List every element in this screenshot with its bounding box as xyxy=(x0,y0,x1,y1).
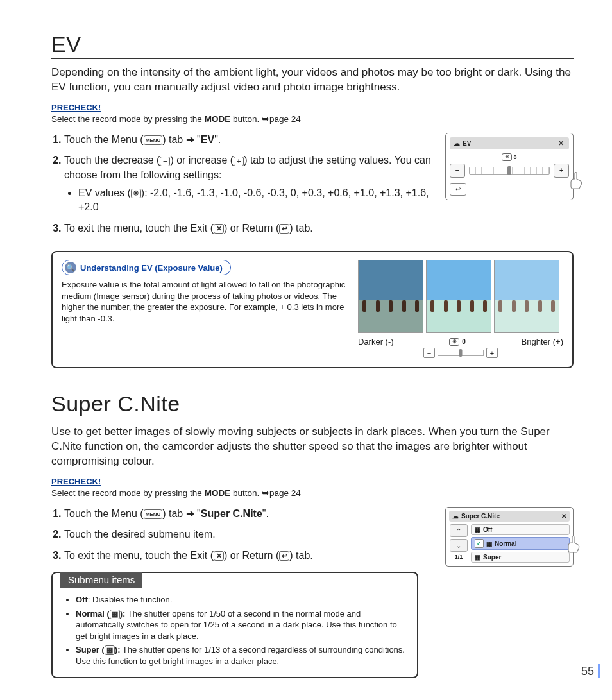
exposure-icon: ☀ xyxy=(131,189,141,198)
ev-precheck-text: Select the record mode by pressing the M… xyxy=(51,114,574,124)
submenu-off-t: : Disables the function. xyxy=(88,595,173,604)
submenu-super-t: The shutter opens for 1/13 of a second r… xyxy=(76,645,405,666)
shutter-icon: ▦ xyxy=(475,526,480,533)
pointing-hand-icon xyxy=(565,168,588,191)
ev-step-3: To exit the menu, touch the Exit (✕) or … xyxy=(64,221,434,235)
ev-step2-mid: ) or increase ( xyxy=(170,155,234,166)
ev-step3-pre: To exit the menu, touch the Exit ( xyxy=(64,223,214,234)
option-off[interactable]: ▦Off xyxy=(471,524,570,535)
cnite-step1-pre: Touch the Menu ( xyxy=(64,508,144,519)
close-icon[interactable]: ✕ xyxy=(556,139,565,148)
ev-screen-illustration: ☁ EV ✕ ☀0 − + ↩ xyxy=(445,133,574,200)
return-icon: ↩ xyxy=(279,224,289,234)
ev-precheck-post: button. ➥page 24 xyxy=(230,114,301,124)
ev-intro: Depending on the intensity of the ambien… xyxy=(51,65,574,95)
cnite-intro: Use to get better images of slowly movin… xyxy=(51,425,574,469)
cnite-precheck-bold: MODE xyxy=(205,488,231,498)
shutter-icon: ▦ xyxy=(486,540,492,547)
option-normal-label: Normal xyxy=(495,540,516,547)
return-button[interactable]: ↩ xyxy=(450,183,466,196)
cnite-step-3: To exit the menu, touch the Exit (✕) or … xyxy=(64,549,434,563)
submenu-off-b: Off xyxy=(76,595,88,604)
minus-icon: – xyxy=(160,157,170,166)
submenu-super-b: Super ( xyxy=(76,645,105,654)
pointing-hand-icon xyxy=(562,532,585,555)
shutter-icon: ▦ xyxy=(475,554,480,561)
info-panel-text: Exposure value is the total amount of li… xyxy=(62,279,349,324)
cnite-heading: Super C.Nite xyxy=(51,391,574,418)
ev-sub-pre: EV values ( xyxy=(78,187,131,198)
option-normal[interactable]: ✓▦Normal xyxy=(471,537,570,550)
ev-step-1: Touch the Menu (MENU) tab ➔ "EV". xyxy=(64,133,434,147)
photo-brighter xyxy=(494,260,559,333)
ev-step1-mid: ) tab ➔ " xyxy=(162,134,201,145)
mini-track xyxy=(438,350,484,356)
info-pill-label: Understanding EV (Exposure Value) xyxy=(80,263,223,273)
close-icon[interactable]: ✕ xyxy=(561,513,566,520)
ev-sub-values: EV values (☀): -2.0, -1.6, -1.3, -1.0, -… xyxy=(78,186,434,215)
cloud-icon: ☁ xyxy=(454,140,460,147)
ev-step3-mid: ) or Return ( xyxy=(224,223,279,234)
ev-step2-pre: Touch the decrease ( xyxy=(64,155,160,166)
ev-step3-post: ) tab. xyxy=(289,223,312,234)
ev-precheck-pre: Select the record mode by pressing the xyxy=(51,114,205,124)
info-pill: 🔍 Understanding EV (Exposure Value) xyxy=(62,260,231,275)
ev-screen-value: 0 xyxy=(513,154,516,160)
shutter-icon: ▦ xyxy=(105,645,115,655)
decrease-button[interactable]: − xyxy=(450,164,465,178)
page-number-value: 55 xyxy=(581,665,594,678)
cnite-step3-pre: To exit the menu, touch the Exit ( xyxy=(64,550,214,561)
page-number: 55 xyxy=(581,664,600,678)
cnite-precheck-text: Select the record mode by pressing the M… xyxy=(51,488,574,498)
mini-plus-icon: + xyxy=(486,348,498,358)
return-icon: ↩ xyxy=(279,551,289,561)
ev-slider[interactable] xyxy=(469,167,550,175)
submenu-box: Submenu items Off: Disables the function… xyxy=(51,572,418,678)
cnite-step1-bold: Super C.Nite xyxy=(201,508,262,519)
cnite-step-1: Touch the Menu (MENU) tab ➔ "Super C.Nit… xyxy=(64,507,434,521)
submenu-super: Super (▦): The shutter opens for 1/13 of… xyxy=(76,644,408,667)
ev-screen-title: EV xyxy=(463,140,471,147)
option-off-label: Off xyxy=(483,526,492,533)
photo-darker xyxy=(358,260,423,333)
ev-info-panel: 🔍 Understanding EV (Exposure Value) Expo… xyxy=(51,251,574,368)
exposure-icon: ☀ xyxy=(449,338,459,346)
up-button[interactable]: ⌃ xyxy=(450,524,468,537)
cloud-icon: ☁ xyxy=(452,513,459,520)
cnite-precheck-post: button. ➥page 24 xyxy=(230,488,301,498)
submenu-normal-b: Normal ( xyxy=(76,609,110,619)
cnite-steps: Touch the Menu (MENU) tab ➔ "Super C.Nit… xyxy=(51,507,434,563)
check-icon: ✓ xyxy=(475,539,484,548)
cnite-precheck-pre: Select the record mode by pressing the xyxy=(51,488,205,498)
menu-icon: MENU xyxy=(144,135,163,145)
menu-icon: MENU xyxy=(144,509,163,519)
ev-heading: EV xyxy=(51,32,574,59)
mini-minus-icon: − xyxy=(423,348,435,358)
photo-normal xyxy=(426,260,491,333)
ev-step-2: Touch the decrease (–) or increase (+) t… xyxy=(64,153,434,215)
down-button[interactable]: ⌄ xyxy=(450,539,468,552)
ev-precheck-bold: MODE xyxy=(205,114,231,124)
exit-icon: ✕ xyxy=(214,551,224,561)
mini-slider-value: 0 xyxy=(462,338,466,345)
cnite-step1-post: ". xyxy=(262,508,269,519)
cnite-screen-title: Super C.Nite xyxy=(461,513,500,520)
plus-icon: + xyxy=(234,157,244,166)
brighter-label: Brighter (+) xyxy=(522,337,563,346)
exit-icon: ✕ xyxy=(214,224,224,234)
cnite-step1-mid: ) tab ➔ " xyxy=(162,508,201,519)
ev-steps: Touch the Menu (MENU) tab ➔ "EV". Touch … xyxy=(51,133,434,235)
option-super[interactable]: ▦Super xyxy=(471,552,570,563)
submenu-normal: Normal (▦): The shutter opens for 1/50 o… xyxy=(76,608,408,642)
magnify-icon: 🔍 xyxy=(65,262,76,273)
darker-label: Darker (-) xyxy=(358,337,394,346)
submenu-tab: Submenu items xyxy=(60,572,142,588)
ev-step1-bold: EV xyxy=(201,134,214,145)
option-super-label: Super xyxy=(483,554,501,561)
exposure-photo-strip xyxy=(358,260,563,333)
mini-slider: ☀0 xyxy=(449,338,466,346)
ev-step1-post: ". xyxy=(214,134,221,145)
page-bar-icon xyxy=(598,664,600,678)
shutter-icon: ▦ xyxy=(110,610,120,619)
submenu-off: Off: Disables the function. xyxy=(76,594,408,606)
